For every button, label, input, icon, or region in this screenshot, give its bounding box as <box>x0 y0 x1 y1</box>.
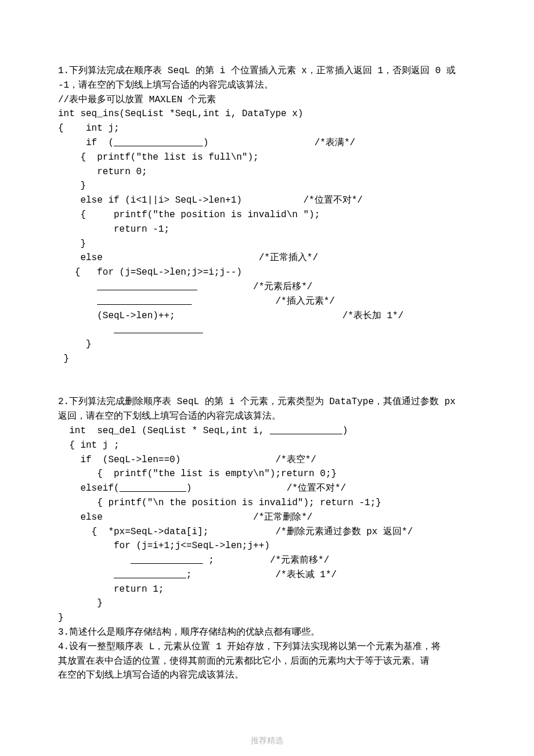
q1-blank-shift-pre <box>58 282 97 292</box>
q3-text: 3.简述什么是顺序存储结构，顺序存储结构的优缺点都有哪些。 <box>58 625 476 640</box>
q1-blank-shift[interactable] <box>97 282 197 292</box>
q4-line2: 其放置在表中合适的位置，使得其前面的元素都比它小，后面的元素均大于等于该元素。请 <box>58 654 476 669</box>
q2-elseif-suf: ) /*位置不对*/ <box>186 483 346 494</box>
q2-px-line: { *px=SeqL->data[i]; /*删除元素通过参数 px 返回*/ <box>58 525 476 539</box>
q1-close-3: } <box>58 337 476 352</box>
q1-blank-shift-suf: /*元素后移*/ <box>197 282 312 292</box>
q2-blank-pos[interactable] <box>120 483 186 494</box>
q1-intro-line2: -1，请在空的下划线上填写合适的内容完成该算法。 <box>58 78 476 93</box>
q1-intro-line1: 1.下列算法完成在顺序表 SeqL 的第 i 个位置插入元素 x，正常插入返回 … <box>58 64 476 78</box>
q4-line1: 4.设有一整型顺序表 L，元素从位置 1 开始存放，下列算法实现将以第一个元素为… <box>58 640 476 654</box>
q2-elseif: elseif( ) /*位置不对*/ <box>58 481 476 496</box>
q2-func-sig: int seq_del (SeqList * SeqL,int i, ) <box>58 424 476 438</box>
q2-blank-param[interactable] <box>270 426 342 436</box>
q2-for: for (j=i+1;j<=SeqL->len;j++) <box>58 539 476 553</box>
q2-blank-dec[interactable] <box>114 570 186 580</box>
q2-blank-dec-suf: ; /*表长减 1*/ <box>186 570 337 580</box>
q2-blank-dec-pre <box>58 570 114 580</box>
q2-blank-move[interactable] <box>131 555 203 566</box>
q2-intro-line1: 2.下列算法完成删除顺序表 SeqL 的第 i 个元素，元素类型为 DataTy… <box>58 395 476 409</box>
q1-printf-pos: { printf("the position is invalid\n "); <box>58 208 476 222</box>
q2-elseif-pre: elseif( <box>58 483 120 494</box>
q2-blank-dec-line: ; /*表长减 1*/ <box>58 568 476 582</box>
q1-blank-full[interactable] <box>114 138 203 148</box>
q2-if-empty: if (SeqL->len==0) /*表空*/ <box>58 453 476 467</box>
q1-return-0: return 0; <box>58 165 476 179</box>
q2-printf-empty: { printf("the list is empty\n");return 0… <box>58 467 476 481</box>
q1-blank-extra-pre <box>58 325 114 335</box>
q2-blank-move-line: ; /*元素前移*/ <box>58 553 476 568</box>
q1-func-sig: int seq_ins(SeqList *SeqL,int i, DataTyp… <box>58 107 476 121</box>
q2-return-1: return 1; <box>58 582 476 597</box>
q1-else: else /*正常插入*/ <box>58 251 476 265</box>
q1-blank-extra[interactable] <box>114 325 203 335</box>
q1-comment-maxlen: //表中最多可以放置 MAXLEN 个元素 <box>58 93 476 107</box>
q2-blank-move-pre <box>58 555 131 566</box>
q2-sig-pre: int seq_del (SeqList * SeqL,int i, <box>58 426 270 436</box>
q2-intro-line2: 返回，请在空的下划线上填写合适的内容完成该算法。 <box>58 409 476 424</box>
q1-lenpp: (SeqL->len)++; /*表长加 1*/ <box>58 309 476 323</box>
q2-sig-suf: ) <box>342 426 348 436</box>
q1-blank-insert[interactable] <box>97 296 192 307</box>
q1-blank-insert-line: /*插入元素*/ <box>58 294 476 309</box>
q2-blank-move-suf: ; /*元素前移*/ <box>203 555 330 566</box>
q2-open-brace: { int j ; <box>58 438 476 453</box>
q2-close-1: } <box>58 596 476 611</box>
q1-if-prefix: if ( <box>58 138 114 148</box>
q1-for: { for (j=SeqL->len;j>=i;j--) <box>58 265 476 280</box>
q1-close-1: } <box>58 179 476 193</box>
footer-text: 推荐精选 <box>58 735 476 748</box>
q4-line3: 在空的下划线上填写合适的内容完成该算法。 <box>58 668 476 683</box>
q1-blank-extra-line <box>58 323 476 337</box>
q1-blank-shift-line: /*元素后移*/ <box>58 280 476 294</box>
q1-blank-insert-suf: /*插入元素*/ <box>192 296 334 307</box>
q1-elseif-pos: else if (i<1||i> SeqL->len+1) /*位置不对*/ <box>58 193 476 208</box>
q1-open-brace: { int j; <box>58 121 476 136</box>
q1-printf-full: { printf("the list is full\n"); <box>58 150 476 165</box>
q1-blank-insert-pre <box>58 296 97 307</box>
q2-printf-pos: { printf("\n the position is invalid"); … <box>58 496 476 510</box>
spacer-2 <box>58 381 476 395</box>
spacer-1 <box>58 366 476 381</box>
q1-if-suffix: ) /*表满*/ <box>203 138 355 148</box>
q2-else: else /*正常删除*/ <box>58 510 476 525</box>
q1-close-2: } <box>58 237 476 251</box>
q1-close-4: } <box>58 352 476 366</box>
q1-return-neg1: return -1; <box>58 222 476 237</box>
q1-if-full: if ( ) /*表满*/ <box>58 136 476 150</box>
q2-close-2: } <box>58 611 476 625</box>
